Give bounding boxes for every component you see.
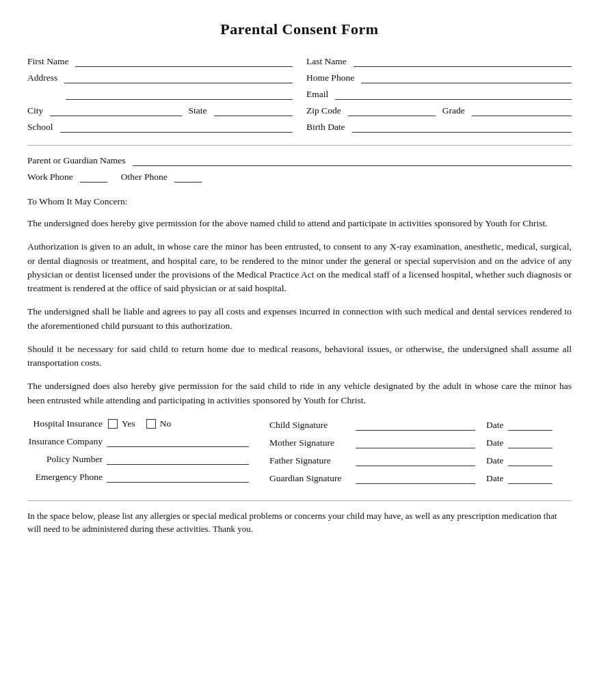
school-field[interactable] <box>60 120 293 133</box>
mother-date-field[interactable] <box>508 436 553 448</box>
other-phone-field[interactable] <box>174 170 202 183</box>
policy-number-label: Policy Number <box>27 454 103 465</box>
last-name-field[interactable] <box>354 55 572 67</box>
footer-text: In the space below, please list any alle… <box>27 509 572 536</box>
guardian-signature-label: Guardian Signature <box>269 473 351 484</box>
father-date-field[interactable] <box>508 454 553 466</box>
state-label: State <box>189 105 207 116</box>
emergency-phone-label: Emergency Phone <box>27 472 103 483</box>
guardian-date-field[interactable] <box>508 472 553 484</box>
work-phone-label: Work Phone <box>27 172 73 183</box>
email-label: Email <box>306 89 328 100</box>
birth-date-label: Birth Date <box>306 122 345 133</box>
paragraph-2: Authorization is given to an adult, in w… <box>27 240 572 295</box>
yes-label: Yes <box>122 418 135 429</box>
city-label: City <box>27 105 43 116</box>
hospital-insurance-label: Hospital Insurance <box>27 418 103 429</box>
work-phone-field[interactable] <box>80 170 107 183</box>
mother-signature-label: Mother Signature <box>269 438 351 448</box>
insurance-company-field[interactable] <box>107 435 249 447</box>
home-phone-label: Home Phone <box>306 72 354 83</box>
zip-code-label: Zip Code <box>306 105 341 116</box>
state-field[interactable] <box>214 104 293 116</box>
no-checkbox[interactable] <box>146 419 156 429</box>
page-title: Parental Consent Form <box>27 21 572 38</box>
paragraph-3: The undersigned shall be liable and agre… <box>27 305 572 333</box>
birth-date-field[interactable] <box>352 120 572 133</box>
father-signature-field[interactable] <box>356 454 475 466</box>
first-name-field[interactable] <box>75 55 293 67</box>
child-signature-label: Child Signature <box>269 420 351 431</box>
address-field[interactable] <box>64 71 293 83</box>
father-date-label: Date <box>486 455 503 466</box>
mother-signature-field[interactable] <box>356 436 475 448</box>
other-phone-label: Other Phone <box>121 172 168 183</box>
grade-label: Grade <box>442 105 465 116</box>
father-signature-label: Father Signature <box>269 455 351 466</box>
guardian-field[interactable] <box>133 154 572 166</box>
emergency-phone-field[interactable] <box>107 470 249 483</box>
zip-code-field[interactable] <box>348 104 436 116</box>
paragraph-1: The undersigned does hereby give permiss… <box>27 217 572 230</box>
no-label: No <box>160 418 172 429</box>
last-name-label: Last Name <box>306 56 347 67</box>
paragraph-4: Should it be necessary for said child to… <box>27 342 572 371</box>
salutation: To Whom It May Concern: <box>27 196 572 207</box>
insurance-company-label: Insurance Company <box>27 436 103 447</box>
child-date-label: Date <box>486 420 503 431</box>
mother-date-label: Date <box>486 438 503 448</box>
guardian-label: Parent or Guardian Names <box>27 155 126 166</box>
address-line2-field[interactable] <box>66 88 293 100</box>
first-name-label: First Name <box>27 56 68 67</box>
grade-field[interactable] <box>472 104 572 116</box>
child-date-field[interactable] <box>508 418 553 431</box>
guardian-date-label: Date <box>486 473 503 484</box>
city-field[interactable] <box>50 104 181 116</box>
home-phone-field[interactable] <box>361 71 572 83</box>
child-signature-field[interactable] <box>356 418 475 431</box>
address-label: Address <box>27 72 57 83</box>
paragraph-5: The undersigned does also hereby give pe… <box>27 379 572 407</box>
guardian-signature-field[interactable] <box>356 472 475 484</box>
school-label: School <box>27 122 53 133</box>
yes-checkbox[interactable] <box>108 419 118 429</box>
email-field[interactable] <box>335 88 572 100</box>
policy-number-field[interactable] <box>107 453 249 465</box>
